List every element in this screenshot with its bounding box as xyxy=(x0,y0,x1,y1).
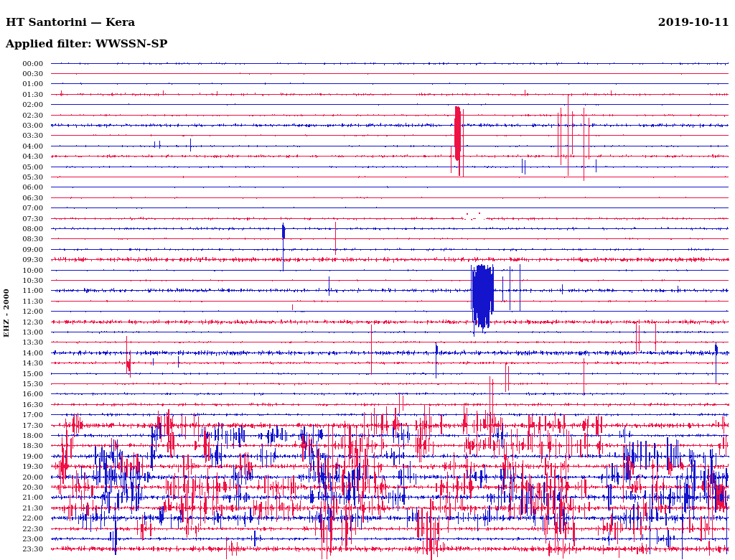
helicorder-page: HT Santorini — Kera Applied filter: WWSS… xyxy=(0,0,735,560)
filter-label: Applied filter: WWSSN-SP xyxy=(6,37,167,50)
date-label: 2019-10-11 xyxy=(658,15,729,29)
station-title: HT Santorini — Kera xyxy=(6,15,135,29)
seismogram-canvas xyxy=(0,0,735,560)
channel-scale-label: EHZ - 2000 xyxy=(2,289,10,337)
